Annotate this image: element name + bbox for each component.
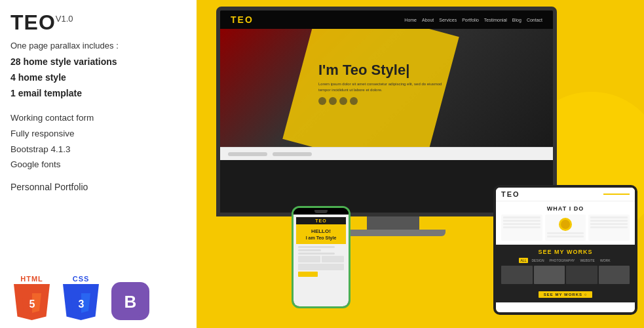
version-text: V1.0 <box>56 14 73 24</box>
features-list: Working contact form Fully responsive Bo… <box>10 110 186 173</box>
svg-text:5: 5 <box>29 298 35 310</box>
feature-3: Bootstrap 4.1.3 <box>10 142 186 157</box>
site-hero: I'm Teo Style| Lorem ipsum dolor sit ame… <box>220 29 553 147</box>
feature-bold-2: 4 home style <box>10 70 186 86</box>
phone-hero: HELLO! I am Teo Style <box>296 224 346 244</box>
svg-text:3: 3 <box>78 298 84 310</box>
tablet-cards <box>501 215 630 241</box>
bar-item-1 <box>228 152 267 156</box>
site-hero-content: I'm Teo Style| Lorem ipsum dolor sit ame… <box>318 62 449 105</box>
phone-form-field-1 <box>298 256 320 262</box>
tablet-nav-logo: TEO <box>501 190 520 198</box>
tab-website[interactable]: WEBSITE <box>578 258 597 263</box>
phone-submit-btn <box>298 272 318 277</box>
grid-item-2 <box>534 266 565 284</box>
phone-form-row-1 <box>298 256 344 262</box>
feature-1: Working contact form <box>10 110 186 126</box>
grid-item-4 <box>599 266 630 284</box>
tablet-card-line-5 <box>547 232 584 234</box>
css3-shape: 3 <box>63 284 99 320</box>
nav-blog: Blog <box>512 18 521 22</box>
nav-home: Home <box>404 18 417 22</box>
tablet-card-line-6 <box>547 236 584 237</box>
site-hero-title: I'm Teo Style| <box>318 62 449 79</box>
tablet-card-2 <box>545 215 586 241</box>
tablet-card-line-9 <box>590 223 628 225</box>
logo-title: TEOV1.0 <box>10 10 73 34</box>
social-icon-2 <box>329 97 337 105</box>
tab-all[interactable]: ALL <box>519 258 529 263</box>
tablet-portfolio-title: SEE MY WORKS <box>501 249 630 255</box>
nav-contact: Contact <box>527 18 542 22</box>
tablet-portfolio-tabs: ALL DESIGN PHOTOGRAPHY WEBSITE WORK <box>501 258 630 263</box>
phone-form-row-2 <box>298 264 344 270</box>
phone-form-field-2 <box>322 256 344 262</box>
grid-item-3 <box>566 266 597 284</box>
site-nav-links: Home About Services Portfolio Testimonia… <box>404 18 542 22</box>
intro-text: One page parallax includes : <box>10 41 186 51</box>
phone-status-bar <box>294 208 349 215</box>
tablet-mockup: TEO WHAT I DO <box>493 185 637 315</box>
site-hero-sub: Lorem ipsum dolor sit amet consectetur a… <box>318 81 449 93</box>
tablet-card-line-4 <box>503 226 540 228</box>
html5-badge: HTML 5 <box>10 275 53 320</box>
bootstrap-badge: B B <box>109 273 151 320</box>
phone-body: TEO HELLO! I am Teo Style <box>292 206 350 308</box>
phone-content <box>296 244 346 279</box>
right-panel: TEO Home About Services Portfolio Testim… <box>197 0 644 328</box>
phone-hero-title: I am Teo Style <box>298 236 344 240</box>
badges-row: HTML 5 CSS 3 B <box>10 273 186 320</box>
tablet-card-circle <box>559 218 572 231</box>
tablet-card-line-2 <box>503 220 540 222</box>
tab-photography[interactable]: PHOTOGRAPHY <box>548 258 577 263</box>
bootstrap-icon: B <box>116 287 145 316</box>
nav-about: About <box>422 18 434 22</box>
tablet-card-line-10 <box>590 226 628 228</box>
tab-design[interactable]: DESIGN <box>529 258 546 263</box>
tablet-nav-line <box>603 194 630 195</box>
site-nav-logo: TEO <box>231 14 254 25</box>
nav-services: Services <box>439 18 457 22</box>
phone-site-nav: TEO <box>296 217 346 224</box>
tab-work[interactable]: WORK <box>598 258 613 263</box>
html5-shape: 5 <box>14 284 50 320</box>
tablet-see-btn: SEE MY WORKS ○ <box>501 287 630 298</box>
phone-hello: HELLO! <box>298 228 344 234</box>
feature-bold-1: 28 home style variations <box>10 54 186 70</box>
phone-mockup: TEO HELLO! I am Teo Style <box>292 206 350 308</box>
css3-label: CSS <box>73 275 90 283</box>
phone-content-line-3 <box>298 253 335 255</box>
tablet-portfolio-section: SEE MY WORKS ALL DESIGN PHOTOGRAPHY WEBS… <box>496 245 635 302</box>
tablet-body: TEO WHAT I DO <box>493 185 637 315</box>
social-icon-1 <box>318 97 326 105</box>
feature-bold-3: 1 email template <box>10 86 186 102</box>
bar-item-2 <box>273 152 312 156</box>
phone-content-line-2 <box>298 249 321 251</box>
logo-text: TEO <box>10 10 56 34</box>
feature-2: Fully responsive <box>10 126 186 142</box>
site-hero-social-icons <box>318 97 449 105</box>
bootstrap-shape: B <box>111 282 149 320</box>
phone-form-field-3 <box>298 264 344 270</box>
features-bold-list: 28 home style variations 4 home style 1 … <box>10 54 186 101</box>
tablet-what-i-do-section: WHAT I DO <box>496 201 635 245</box>
site-nav: TEO Home About Services Portfolio Testim… <box>220 10 553 29</box>
tablet-portfolio-grid <box>501 266 630 284</box>
tablet-screen: TEO WHAT I DO <box>496 188 635 312</box>
logo-area: TEOV1.0 <box>10 12 186 33</box>
tablet-card-line-1 <box>503 216 540 218</box>
phone-notch <box>314 210 328 213</box>
tablet-nav: TEO <box>496 188 635 201</box>
html5-label: HTML <box>20 275 43 283</box>
tablet-card-1 <box>501 215 542 241</box>
feature-4: Google fonts <box>10 157 186 173</box>
phone-content-line-1 <box>298 246 335 248</box>
left-panel: TEOV1.0 One page parallax includes : 28 … <box>0 0 197 328</box>
see-my-works-btn[interactable]: SEE MY WORKS ○ <box>539 291 593 298</box>
tablet-card-line-3 <box>503 223 540 225</box>
phone-screen: TEO HELLO! I am Teo Style <box>294 215 349 306</box>
monitor-stand <box>367 216 419 230</box>
portfolio-label: Personnal Portfolio <box>10 182 186 192</box>
social-icon-4 <box>350 97 358 105</box>
tablet-section-title: WHAT I DO <box>501 205 630 212</box>
